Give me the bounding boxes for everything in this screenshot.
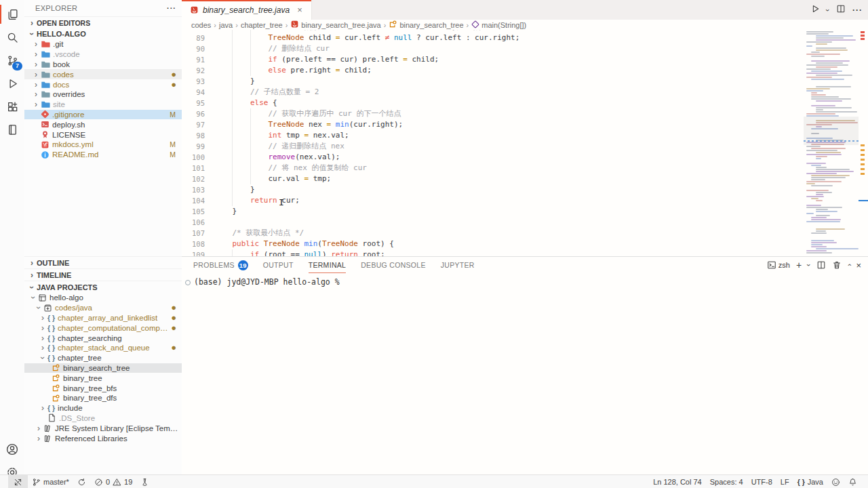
activity-files[interactable] <box>0 3 24 26</box>
breadcrumb[interactable]: codes›java›chapter_tree›binary_search_tr… <box>182 20 868 30</box>
outline-header[interactable]: › OUTLINE <box>24 256 182 268</box>
panel-tab-debug-console[interactable]: DEBUG CONSOLE <box>361 257 426 273</box>
code-line-104[interactable]: 104 return cur; <box>182 195 804 206</box>
chevron-up-button[interactable]: › <box>848 261 850 269</box>
terminal-button[interactable]: zsh <box>767 260 790 270</box>
terminal[interactable]: (base) jyd@JYD-MBP hello-algo % <box>186 277 868 287</box>
notifications[interactable] <box>844 475 861 488</box>
code-line-100[interactable]: 100 remove(nex.val); <box>182 152 804 163</box>
code-line-107[interactable]: 107 /* 获取最小结点 */ <box>182 228 804 239</box>
tree-item-binary-tree-bfs[interactable]: ›binary_tree_bfs <box>24 383 182 393</box>
breadcrumb-binary-search-tree-java[interactable]: binary_search_tree.java <box>290 20 380 30</box>
tree-item-ds-store[interactable]: ›.DS_Store <box>24 413 182 424</box>
language-mode[interactable]: { }Java <box>793 475 827 488</box>
code-line-103[interactable]: 103 } <box>182 184 804 195</box>
sync-button[interactable] <box>73 475 90 488</box>
panel-tab-terminal[interactable]: TERMINAL <box>309 257 347 273</box>
overview-ruler[interactable] <box>859 0 868 256</box>
code-line-102[interactable]: 102 cur.val = tmp; <box>182 174 804 184</box>
tree-item-referenced-libraries[interactable]: ›Referenced Libraries <box>24 433 182 443</box>
activity-run-debug[interactable] <box>0 72 24 95</box>
panel-tab-problems[interactable]: PROBLEMS19 <box>193 257 248 273</box>
tree-item-git[interactable]: ›.git <box>24 39 182 49</box>
tree-item-readme-md[interactable]: ›README.mdM <box>24 150 182 160</box>
tree-item-binary-search-tree[interactable]: ›binary_search_tree <box>24 363 182 373</box>
test-indicator[interactable] <box>136 475 153 488</box>
timeline-header[interactable]: › TIMELINE <box>24 268 182 281</box>
panel-tab-jupyter[interactable]: JUPYTER <box>441 257 475 273</box>
code-line-108[interactable]: 108 public TreeNode min(TreeNode root) { <box>182 239 804 249</box>
problems-indicator[interactable]: 019 <box>90 475 136 488</box>
activity-extensions[interactable] <box>0 95 24 118</box>
code-line-106[interactable]: 106 <box>182 217 804 228</box>
tree-item-overrides[interactable]: ›overrides <box>24 89 182 100</box>
code-line-92[interactable]: 92 else pre.right = child; <box>182 65 804 76</box>
close-button[interactable]: × <box>856 260 861 270</box>
panel-tab-output[interactable]: OUTPUT <box>263 257 294 273</box>
code-line-97[interactable]: 97 TreeNode nex = min(cur.right); <box>182 119 804 130</box>
encoding[interactable]: UTF-8 <box>747 475 776 488</box>
code-line-101[interactable]: 101 // 将 nex 的值复制给 cur <box>182 163 804 174</box>
code-line-98[interactable]: 98 int tmp = nex.val; <box>182 130 804 141</box>
indentation[interactable]: Spaces: 4 <box>706 475 747 488</box>
tree-item-jre-system-library-eclipse-temurin-17-17[interactable]: ›JRE System Library [Eclipse Temurin 17 … <box>24 423 182 433</box>
activity-notebook[interactable] <box>0 118 24 141</box>
run-button[interactable] <box>810 4 820 16</box>
breadcrumb-chapter-tree[interactable]: chapter_tree <box>241 21 283 29</box>
tree-item-chapter-array-and-linkedlist[interactable]: ›{ }chapter_array_and_linkedlist● <box>24 313 182 323</box>
tree-item-codes[interactable]: ›codes● <box>24 69 182 79</box>
eol[interactable]: LF <box>776 475 793 488</box>
tree-item-site[interactable]: ›site <box>24 100 182 110</box>
tree-item-codes-java[interactable]: ›codes/java● <box>24 303 182 313</box>
breadcrumb-main-string[interactable]: main(String[]) <box>471 20 526 30</box>
code-line-94[interactable]: 94 // 子结点数量 = 2 <box>182 87 804 98</box>
project-root-header[interactable]: › HELLO-ALGO <box>24 28 182 39</box>
split-editor-button[interactable] <box>836 4 846 16</box>
tree-item-binary-tree-dfs[interactable]: ›binary_tree_dfs <box>24 393 182 403</box>
code-line-109[interactable]: 109 if (root == null) return root; <box>182 249 804 256</box>
tree-item-hello-algo[interactable]: ›hello-algo <box>24 293 182 303</box>
breadcrumb-binary-search-tree[interactable]: binary_search_tree <box>389 20 463 30</box>
tree-item-chapter-searching[interactable]: ›{ }chapter_searching <box>24 333 182 343</box>
chevron-down-button[interactable]: › <box>808 261 810 269</box>
breadcrumb-codes[interactable]: codes <box>191 21 211 29</box>
split-button[interactable] <box>816 260 826 270</box>
code-line-91[interactable]: 91 if (pre.left == cur) pre.left = child… <box>182 54 804 65</box>
breadcrumb-java[interactable]: java <box>219 21 233 29</box>
tree-item-binary-tree[interactable]: ›binary_tree <box>24 373 182 383</box>
java-projects-header[interactable]: › JAVA PROJECTS <box>24 281 182 293</box>
minimap[interactable] <box>804 30 859 256</box>
cursor-position[interactable]: Ln 128, Col 74 <box>649 475 706 488</box>
code-line-89[interactable]: 89 TreeNode child = cur.left ≠ null ? cu… <box>182 33 804 43</box>
tree-item-mkdocs-yml[interactable]: ›mkdocs.ymlM <box>24 140 182 150</box>
activity-search[interactable] <box>0 26 24 49</box>
tree-item-vscode[interactable]: ›.vscode <box>24 49 182 60</box>
remote-indicator[interactable] <box>8 475 28 488</box>
feedback[interactable] <box>827 475 844 488</box>
code-line-105[interactable]: 105 } <box>182 206 804 217</box>
tree-item-license[interactable]: ›LICENSE <box>24 129 182 140</box>
code-line-90[interactable]: 90 // 删除结点 cur <box>182 43 804 54</box>
branch-indicator[interactable]: master* <box>28 475 73 488</box>
tree-item-chapter-tree[interactable]: ›{ }chapter_tree <box>24 353 182 363</box>
tree-item-docs[interactable]: ›docs● <box>24 79 182 89</box>
trash-button[interactable] <box>832 260 842 270</box>
plus-button[interactable]: + <box>796 260 802 270</box>
code-line-93[interactable]: 93 } <box>182 76 804 87</box>
tree-item-chapter-stack-and-queue[interactable]: ›{ }chapter_stack_and_queue● <box>24 343 182 353</box>
code-line-96[interactable]: 96 // 获取中序遍历中 cur 的下一个结点 <box>182 108 804 119</box>
code-line-99[interactable]: 99 // 递归删除结点 nex <box>182 141 804 152</box>
tree-item-book[interactable]: ›book <box>24 60 182 70</box>
open-editors-header[interactable]: › OPEN EDITORS <box>24 16 182 28</box>
minimap-slider[interactable] <box>804 117 859 145</box>
code-line-95[interactable]: 95 else { <box>182 98 804 108</box>
code-area[interactable]: 88 // 当子结点数量 = 0 / 1 时, child = null / 该… <box>182 0 804 256</box>
more-actions-icon[interactable]: ··· <box>167 4 176 12</box>
tree-item-chapter-computational-complexity[interactable]: ›{ }chapter_computational_complexity● <box>24 323 182 333</box>
activity-source-control[interactable]: 7 <box>0 49 24 72</box>
activity-account[interactable] <box>0 438 24 461</box>
tree-item-deploy-sh[interactable]: ›deploy.sh <box>24 119 182 129</box>
tree-item-gitignore[interactable]: ›.gitignoreM <box>24 110 182 120</box>
chevron-down-button[interactable]: › <box>827 5 829 15</box>
tree-item-include[interactable]: ›{ }include <box>24 403 182 413</box>
